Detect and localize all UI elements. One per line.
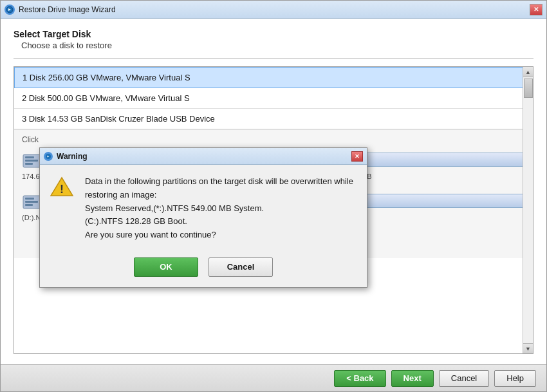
dialog-buttons: OK Cancel [40, 252, 367, 287]
next-button[interactable]: Next [391, 370, 434, 387]
dialog-title-left: Warning [44, 152, 88, 161]
main-window: Restore Drive Image Wizard ✕ Select Targ… [0, 0, 547, 392]
title-bar-left: Restore Drive Image Wizard [5, 5, 116, 15]
dialog-message: Data in the following partitions on the … [85, 175, 357, 242]
warning-triangle-icon: ! [50, 176, 73, 197]
dialog-line2: restoring an image: [85, 190, 156, 200]
cancel-button[interactable]: Cancel [439, 370, 489, 387]
dialog-line5: Are you sure you want to continue? [85, 230, 216, 239]
window-title: Restore Drive Image Wizard [19, 5, 116, 14]
dialog-title-bar: Warning ✕ [40, 148, 367, 165]
dialog-ok-button[interactable]: OK [134, 257, 198, 277]
dialog-overlay: Warning ✕ ! Data in the following partit… [1, 19, 546, 364]
title-bar-controls: ✕ [530, 4, 542, 15]
content-area: Select Target Disk Choose a disk to rest… [1, 19, 546, 364]
title-bar: Restore Drive Image Wizard ✕ [1, 1, 546, 19]
bottom-bar: < Back Next Cancel Help [1, 364, 546, 391]
warning-icon-wrap: ! [50, 175, 76, 242]
dialog-title-text: Warning [57, 152, 88, 161]
svg-text:!: ! [60, 183, 64, 196]
dialog-line3: System Reserved,(*:).NTFS 549.00 MB Syst… [85, 203, 264, 213]
help-button[interactable]: Help [494, 370, 536, 387]
dialog-cancel-button[interactable]: Cancel [209, 257, 273, 277]
window-close-button[interactable]: ✕ [530, 4, 542, 15]
back-button[interactable]: < Back [334, 370, 385, 387]
dialog-app-icon [44, 152, 53, 161]
dialog-line4: (C:).NTFS 128.28 GB Boot. [85, 216, 187, 226]
dialog-line1: Data in the following partitions on the … [85, 176, 353, 186]
dialog-close-button[interactable]: ✕ [351, 151, 363, 162]
app-icon [5, 5, 15, 15]
dialog-body: ! Data in the following partitions on th… [40, 165, 367, 252]
warning-dialog: Warning ✕ ! Data in the following partit… [39, 147, 367, 288]
